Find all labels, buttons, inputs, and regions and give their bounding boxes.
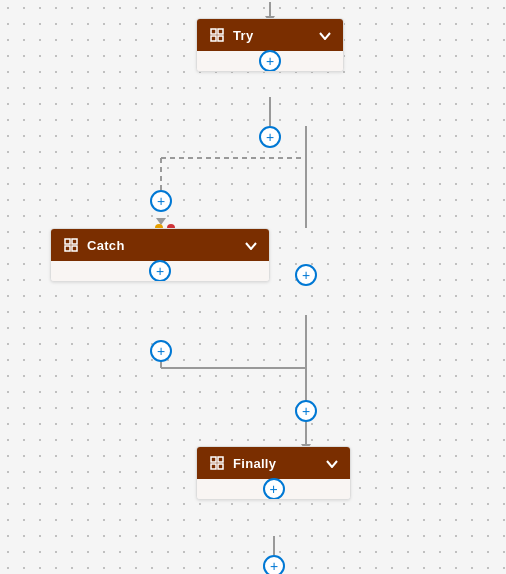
catch-add-button[interactable]: +	[149, 260, 171, 282]
after-catch-add-button[interactable]: +	[150, 340, 172, 362]
try-add-button[interactable]: +	[259, 50, 281, 72]
catch-branch-add-button[interactable]: +	[150, 190, 172, 212]
finally-block: Finally +	[196, 446, 351, 500]
svg-rect-14	[211, 29, 216, 34]
svg-rect-15	[218, 29, 223, 34]
finally-body: +	[197, 479, 350, 499]
try-block: Try +	[196, 18, 344, 72]
catch-block-icon	[63, 237, 79, 253]
after-finally-add-button[interactable]: +	[263, 555, 285, 574]
svg-rect-23	[218, 457, 223, 462]
svg-rect-16	[211, 36, 216, 41]
try-collapse-icon[interactable]	[319, 27, 331, 43]
catch-title: Catch	[87, 238, 125, 253]
svg-rect-21	[72, 246, 77, 251]
svg-rect-22	[211, 457, 216, 462]
finally-header: Finally	[197, 447, 350, 479]
catch-block: Catch +	[50, 228, 270, 282]
finally-header-left: Finally	[209, 455, 276, 471]
finally-block-icon	[209, 455, 225, 471]
try-header: Try	[197, 19, 343, 51]
catch-collapse-icon[interactable]	[245, 237, 257, 253]
svg-rect-25	[218, 464, 223, 469]
svg-rect-20	[65, 246, 70, 251]
try-body: +	[197, 51, 343, 71]
catch-right-add-button[interactable]: +	[295, 264, 317, 286]
try-header-left: Try	[209, 27, 253, 43]
svg-rect-17	[218, 36, 223, 41]
finally-collapse-icon[interactable]	[326, 455, 338, 471]
finally-add-button[interactable]: +	[263, 478, 285, 500]
finally-title: Finally	[233, 456, 276, 471]
try-block-icon	[209, 27, 225, 43]
try-title: Try	[233, 28, 253, 43]
catch-body: +	[51, 261, 269, 281]
catch-header: Catch	[51, 229, 269, 261]
before-finally-add-button[interactable]: +	[295, 400, 317, 422]
after-try-add-button[interactable]: +	[259, 126, 281, 148]
catch-header-left: Catch	[63, 237, 125, 253]
svg-rect-19	[72, 239, 77, 244]
svg-rect-18	[65, 239, 70, 244]
flow-canvas: Try + + +	[0, 0, 506, 574]
svg-rect-24	[211, 464, 216, 469]
